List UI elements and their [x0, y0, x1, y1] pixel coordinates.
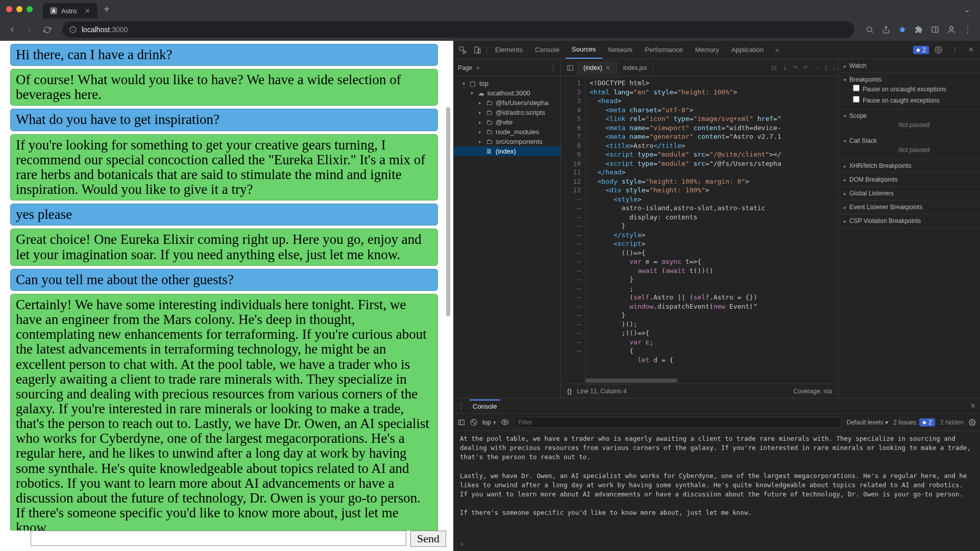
step-icon[interactable]: → [813, 64, 819, 71]
global-listeners-section[interactable]: Global Listeners [844, 190, 975, 197]
deactivate-bp-icon[interactable]: ⤴ [824, 64, 827, 71]
page-category[interactable]: Page [458, 64, 472, 71]
menu-icon[interactable]: ⋮ [961, 22, 975, 37]
close-tab-icon[interactable]: ✕ [85, 7, 90, 15]
pause-exceptions-icon[interactable]: ⟂ [832, 64, 836, 71]
close-window[interactable] [6, 6, 12, 12]
ai-message: Certainly! We have some interesting indi… [10, 294, 438, 531]
clear-console-icon[interactable] [470, 419, 477, 426]
window-titlebar: A Astro ✕ + ⌄ [0, 0, 980, 18]
cursor-position: Line 11, Column 4 [577, 388, 626, 395]
svg-line-17 [472, 420, 476, 424]
user-message: Can you tell me about the other guests? [10, 269, 438, 291]
new-tab-button[interactable]: + [104, 4, 110, 15]
reload-button[interactable] [40, 22, 54, 37]
zoom-icon[interactable] [863, 22, 877, 37]
forward-button[interactable] [22, 22, 37, 37]
devtools-tab-elements[interactable]: Elements [489, 41, 529, 59]
console-settings-icon[interactable] [969, 419, 976, 426]
file-tree-node[interactable]: ▸🗀 @fs/Users/stepha [454, 98, 560, 108]
console-filter-input[interactable] [514, 417, 842, 428]
send-button[interactable]: Send [410, 531, 446, 547]
devtools-menu-icon[interactable]: ⋮ [947, 43, 962, 57]
devtools-tab-performance[interactable]: Performance [639, 41, 689, 59]
more-tabs-icon[interactable]: » [770, 43, 784, 57]
address-bar[interactable]: localhost:3000 [62, 21, 854, 38]
devtools-panel: ElementsConsoleSourcesNetworkPerformance… [453, 41, 980, 551]
back-button[interactable] [5, 22, 19, 37]
step-out-icon[interactable]: ↶ [803, 64, 808, 71]
share-icon[interactable] [879, 22, 893, 37]
devtools-tab-memory[interactable]: Memory [689, 41, 725, 59]
step-over-icon[interactable]: ⤓ [782, 64, 788, 71]
pretty-print-icon[interactable]: {} [567, 388, 572, 395]
device-toggle-icon[interactable] [470, 43, 484, 57]
editor-h-scrollbar[interactable] [585, 379, 677, 383]
browser-tab[interactable]: A Astro ✕ [43, 3, 97, 18]
ai-message: Of course! What would you like to have? … [10, 69, 438, 106]
file-tree-node[interactable]: 🗎 (index) [454, 146, 560, 156]
svg-point-18 [504, 421, 506, 423]
levels-select[interactable]: Default levels ▾ [847, 419, 888, 426]
console-tab[interactable]: Console [470, 399, 500, 412]
console-prompt-icon[interactable]: › [454, 540, 980, 551]
user-message: What do you have to get inspiration? [10, 109, 438, 131]
live-expression-icon[interactable] [501, 418, 509, 426]
drawer-close-icon[interactable]: ✕ [970, 402, 976, 410]
user-message: Hi there, can I have a drink? [10, 44, 438, 66]
devtools-tab-sources[interactable]: Sources [566, 41, 602, 59]
pause-uncaught-checkbox[interactable]: Pause on uncaught exceptions [844, 83, 975, 94]
drawer-menu-icon[interactable]: ⋮ [458, 402, 464, 410]
minimize-window[interactable] [16, 6, 22, 12]
scrollbar-thumb[interactable] [446, 107, 450, 316]
extensions-icon[interactable] [912, 22, 926, 37]
watch-section[interactable]: Watch [844, 62, 975, 69]
dom-breakpoints-section[interactable]: DOM Breakpoints [844, 176, 975, 183]
console-sidebar-icon[interactable] [458, 419, 465, 426]
file-tree-node[interactable]: ▸🗀 node_modules [454, 127, 560, 137]
sidepanel-icon[interactable] [928, 22, 942, 37]
inspect-icon[interactable] [456, 43, 470, 57]
maximize-window[interactable] [27, 6, 33, 12]
editor-tab[interactable]: index.jsx [617, 61, 654, 74]
event-listener-bp-section[interactable]: Event Listener Breakpoints [844, 204, 975, 211]
file-tree-node[interactable]: ▸🗀 @vite [454, 117, 560, 127]
issues-badge[interactable]: 2 [913, 46, 929, 54]
hidden-count: 2 hidden [940, 419, 964, 426]
xhr-breakpoints-section[interactable]: XHR/fetch Breakpoints [844, 162, 975, 169]
info-icon [69, 26, 77, 33]
devtools-tab-application[interactable]: Application [725, 41, 770, 59]
more-categories-icon[interactable]: » [476, 64, 480, 71]
message-input[interactable] [31, 531, 406, 546]
url-host: localhost [82, 26, 110, 34]
devtools-tab-network[interactable]: Network [602, 41, 639, 59]
devtools-close-icon[interactable]: ✕ [964, 43, 978, 57]
scope-section[interactable]: Scope [844, 112, 975, 119]
url-port: :3000 [110, 26, 128, 34]
bookmark-icon[interactable] [895, 22, 910, 37]
context-select[interactable]: top ▾ [482, 419, 496, 426]
file-tree-node[interactable]: ▸🗀 src/components [454, 137, 560, 146]
pause-icon[interactable]: ⫿⫿ [771, 64, 777, 71]
devtools-tab-console[interactable]: Console [529, 41, 566, 59]
csp-bp-section[interactable]: CSP Violation Breakpoints [844, 217, 975, 224]
pause-caught-checkbox[interactable]: Pause on caught exceptions [844, 94, 975, 106]
drawer-issues[interactable]: 2 Issues: 2 [893, 418, 935, 427]
settings-icon[interactable] [931, 43, 945, 57]
page-scrollbar[interactable] [445, 41, 451, 551]
profile-icon[interactable] [944, 22, 959, 37]
console-output[interactable]: At the pool table, we have a trader who … [454, 431, 980, 540]
callstack-section[interactable]: Call Stack [844, 137, 975, 144]
close-editor-tab-icon[interactable]: ✕ [605, 64, 610, 71]
editor-tab[interactable]: (index) ✕ [577, 61, 617, 74]
file-tree-node[interactable]: ▾☁ localhost:3000 [454, 88, 560, 98]
code-content[interactable]: <!DOCTYPE html><html lang="en" style="he… [585, 77, 838, 384]
step-into-icon[interactable]: ↷ [793, 64, 798, 71]
file-tree-node[interactable]: ▸🗀 @id/astro:scripts [454, 108, 560, 117]
chevron-down-icon[interactable]: ⌄ [960, 2, 974, 16]
sidebar-toggle-icon[interactable] [563, 61, 577, 75]
svg-rect-8 [460, 47, 463, 51]
breakpoints-section[interactable]: Breakpoints [844, 76, 975, 83]
file-tree-node[interactable]: ▾▢ top [454, 79, 560, 88]
files-menu-icon[interactable]: ⋮ [550, 64, 556, 71]
